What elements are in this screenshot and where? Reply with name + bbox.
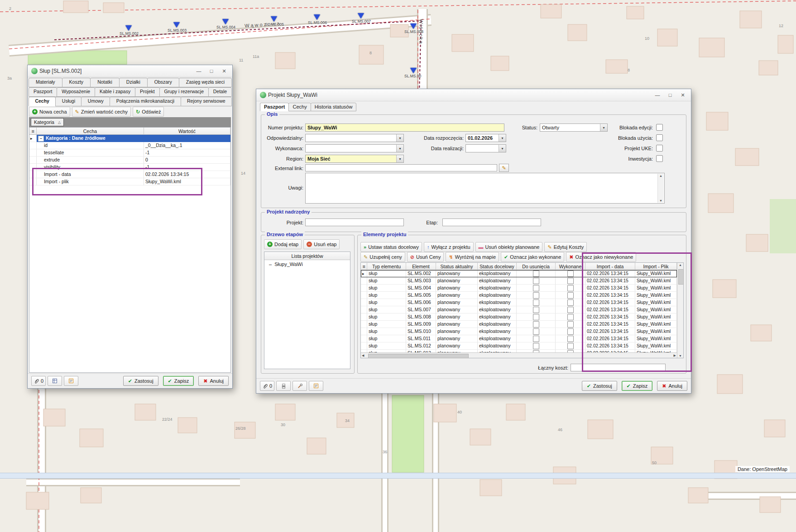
do-usuniecia-checkbox[interactable] [533, 328, 539, 335]
save-button[interactable]: ✔ Zapisz [622, 381, 653, 391]
odpowiedzialny-select[interactable]: ▾ [305, 134, 404, 142]
tab[interactable]: Cechy [288, 103, 311, 111]
tab[interactable]: Koszty [62, 78, 91, 87]
tab[interactable]: Rejony serwisowe [181, 97, 232, 106]
grid-menu-icon[interactable]: ≡ [29, 128, 37, 135]
do-usuniecia-checkbox[interactable] [533, 321, 539, 328]
do-usuniecia-checkbox[interactable] [533, 336, 539, 342]
data-realizacji-select[interactable]: ▾ [465, 144, 506, 152]
wykonane-checkbox[interactable] [567, 285, 574, 291]
remove-stage-button[interactable]: − Usuń etap [303, 239, 340, 249]
tab[interactable]: Historia statusów [311, 103, 357, 111]
inwestycja-checkbox[interactable] [656, 155, 663, 162]
element-toolbar-button[interactable]: ↑ Wyłącz z projektu [424, 242, 474, 252]
project-element-row[interactable]: ▸ słup SL.MS.002 planowany eksploatowany… [361, 270, 677, 277]
collapse-icon[interactable]: − [38, 136, 44, 142]
chevron-down-icon[interactable]: ▾ [499, 134, 506, 142]
feature-row[interactable]: Import - data 02.02.2026 13:34:15 [29, 171, 230, 178]
scroll-right-icon[interactable]: ▶ [674, 354, 676, 357]
tab[interactable]: Wyposażenie [57, 87, 95, 97]
project-element-row[interactable]: ▸ słup SL.MS.003 planowany eksploatowany… [361, 277, 677, 285]
tab[interactable]: Grupy i rezerwacje [159, 87, 209, 97]
project-element-row[interactable]: ▸ słup SL.MS.012 planowany eksploatowany… [361, 342, 677, 350]
report-button[interactable] [309, 381, 323, 391]
wykonawca-select[interactable]: ▾ [305, 144, 404, 152]
table-view-button[interactable] [48, 376, 62, 386]
column-header[interactable]: Typ elementu [367, 263, 406, 270]
project-element-row[interactable]: ▸ słup SL.MS.009 planowany eksploatowany… [361, 321, 677, 328]
region-select[interactable]: Moja Sieć ▾ [305, 155, 404, 163]
project-element-row[interactable]: ▸ słup SL.MS.006 planowany eksploatowany… [361, 299, 677, 306]
change-feature-value-button[interactable]: ✎ Zmień wartość cechy [72, 107, 131, 117]
maximize-button[interactable]: □ [205, 66, 218, 76]
project-element-row[interactable]: ▸ słup SL.MS.004 planowany eksploatowany… [361, 285, 677, 292]
close-button[interactable]: ✕ [676, 90, 689, 100]
cancel-button[interactable]: ✖ Anuluj [198, 376, 229, 386]
wykonane-checkbox[interactable] [567, 328, 574, 335]
feature-value[interactable]: Słupy_WaWi.kml [144, 178, 230, 185]
feature-value[interactable]: 02.02.2026 13:34:15 [144, 171, 230, 178]
feature-row[interactable]: tessellate -1 [29, 149, 230, 157]
scrollbar-thumb[interactable] [678, 269, 684, 285]
tab[interactable]: Umowy [81, 97, 110, 106]
tab[interactable]: Kable i zapasy [95, 87, 135, 97]
do-usuniecia-checkbox[interactable] [533, 307, 539, 313]
grid-menu-icon[interactable]: ≡ [361, 263, 367, 270]
tab[interactable]: Notatki [90, 78, 120, 87]
wykonane-checkbox[interactable] [567, 271, 574, 277]
column-header[interactable]: Status aktualny [436, 263, 478, 270]
chevron-down-icon[interactable]: ▾ [396, 134, 403, 142]
horizontal-scrollbar[interactable] [0, 473, 796, 479]
minimize-button[interactable]: — [651, 90, 664, 100]
element-toolbar-button[interactable]: ↯ Wyróżnij na mapie [446, 252, 499, 262]
tab[interactable]: Paszport [260, 103, 289, 111]
scroll-down-icon[interactable]: ▼ [679, 354, 682, 357]
wykonane-checkbox[interactable] [567, 292, 574, 299]
tab[interactable]: Cechy [29, 97, 56, 106]
report-button[interactable] [64, 376, 78, 386]
refresh-button[interactable]: ↻ Odśwież [133, 107, 164, 117]
feature-row[interactable]: Import - plik Słupy_WaWi.kml [29, 178, 230, 185]
column-header-cecha[interactable]: Cecha [37, 128, 144, 135]
table-vscrollbar[interactable]: ▲ ▼ [677, 263, 683, 358]
do-usuniecia-checkbox[interactable] [533, 271, 539, 277]
minimize-button[interactable]: — [192, 66, 205, 76]
attachments-button[interactable]: 0 [260, 381, 274, 391]
tab[interactable]: Działki [119, 78, 148, 87]
etap-field[interactable] [442, 218, 541, 226]
new-feature-button[interactable]: + Nowa cecha [29, 107, 70, 117]
tab[interactable]: Usługi [55, 97, 82, 106]
element-toolbar-button[interactable]: » Ustaw status docelowy [360, 242, 422, 252]
blokada-uzycia-checkbox[interactable] [656, 134, 663, 141]
chevron-down-icon[interactable]: ▾ [396, 155, 403, 162]
element-toolbar-button[interactable]: ⊘ Usuń Ceny [407, 252, 444, 262]
tab[interactable]: Obszary [147, 78, 179, 87]
do-usuniecia-checkbox[interactable] [533, 285, 539, 291]
do-usuniecia-checkbox[interactable] [533, 299, 539, 306]
apply-button[interactable]: ✔ Zastosuj [582, 381, 617, 391]
wykonane-checkbox[interactable] [567, 307, 574, 313]
projekt-field[interactable] [305, 218, 404, 226]
project-element-row[interactable]: ▸ słup SL.MS.007 planowany eksploatowany… [361, 306, 677, 314]
feature-row[interactable]: visibility -1 [29, 164, 230, 171]
uwagi-textarea[interactable]: ▲ ▼ [305, 173, 665, 204]
feature-value[interactable]: -1 [144, 149, 230, 157]
tools-button[interactable] [293, 381, 307, 391]
wykonane-checkbox[interactable] [567, 336, 574, 342]
tree-item[interactable]: – Słupy_WaWi [264, 260, 350, 267]
scroll-up-icon[interactable]: ▲ [679, 263, 682, 266]
feature-value[interactable]: _0__Dzia__ka_.1 [144, 142, 230, 149]
numer-projektu-field[interactable]: Słupy_WaWi [305, 124, 504, 132]
chevron-down-icon[interactable]: ▾ [499, 145, 506, 152]
wykonane-checkbox[interactable] [567, 314, 574, 320]
do-usuniecia-checkbox[interactable] [533, 292, 539, 299]
scroll-up-icon[interactable]: ▲ [659, 174, 662, 177]
data-rozpoczecia-select[interactable]: 01.02.2026 ▾ [465, 134, 506, 142]
add-stage-button[interactable]: + Dodaj etap [264, 239, 302, 249]
chevron-down-icon[interactable]: ▾ [396, 145, 403, 152]
column-header[interactable]: Wykonane [556, 263, 585, 270]
feature-row[interactable]: id _0__Dzia__ka_.1 [29, 142, 230, 149]
tree-header[interactable]: Lista projektów [264, 252, 350, 260]
element-toolbar-button[interactable]: ✖ Oznacz jako niewykonane [566, 252, 636, 262]
project-element-row[interactable]: ▸ słup SL.MS.011 planowany eksploatowany… [361, 335, 677, 342]
